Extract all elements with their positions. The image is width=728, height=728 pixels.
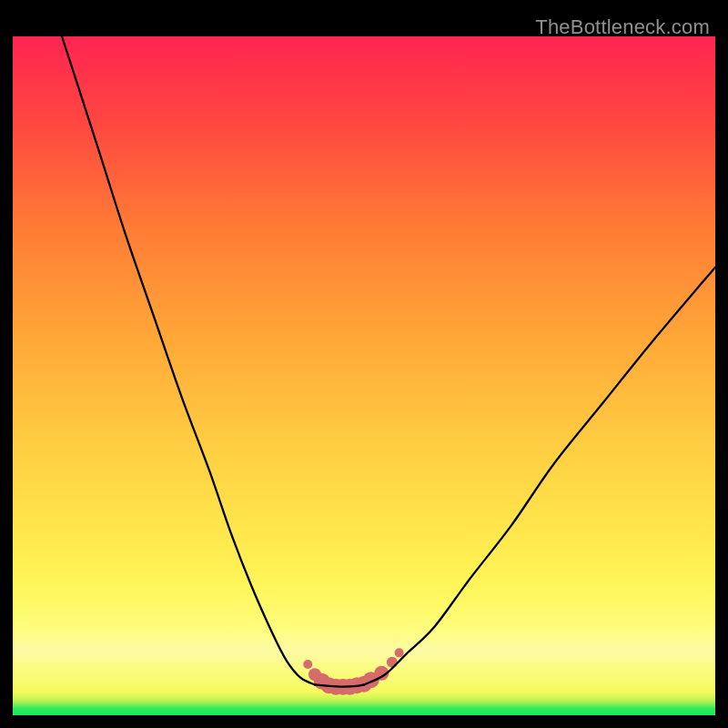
chart-svg: [13, 13, 715, 715]
right-curve-line: [364, 268, 715, 685]
chart-frame: TheBottleneck.com: [13, 13, 715, 715]
valley-marker-dot: [395, 648, 404, 657]
valley-marker-dot: [387, 657, 398, 668]
valley-marker-dot: [303, 660, 312, 669]
left-curve-line: [62, 36, 315, 684]
